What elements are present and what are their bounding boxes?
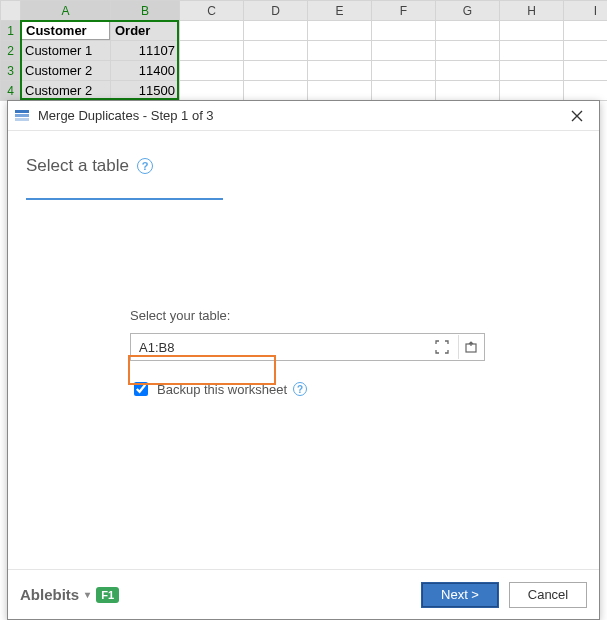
cell[interactable] xyxy=(564,61,607,81)
cell[interactable] xyxy=(244,41,308,61)
cell[interactable] xyxy=(500,41,564,61)
svg-rect-0 xyxy=(15,110,29,113)
cell[interactable] xyxy=(372,81,436,101)
cell[interactable] xyxy=(564,41,607,61)
cell[interactable]: 11500 xyxy=(111,81,180,101)
dialog-footer: Ablebits ▾ F1 Next > Cancel xyxy=(8,569,599,619)
cell[interactable] xyxy=(180,61,244,81)
cell[interactable] xyxy=(180,41,244,61)
step-progress-bar xyxy=(26,198,223,200)
backup-label: Backup this worksheet xyxy=(157,382,287,397)
chevron-down-icon: ▾ xyxy=(85,589,90,600)
row-header[interactable]: 4 xyxy=(1,81,21,101)
cell[interactable] xyxy=(564,21,607,41)
merge-duplicates-icon xyxy=(14,108,30,124)
dialog-body: Select a table ? Select your table: xyxy=(8,131,599,569)
svg-rect-2 xyxy=(15,118,29,121)
range-field xyxy=(130,333,485,361)
row-header[interactable]: 3 xyxy=(1,61,21,81)
cell[interactable] xyxy=(500,61,564,81)
brand-menu[interactable]: Ablebits ▾ F1 xyxy=(20,586,411,603)
cell[interactable] xyxy=(436,21,500,41)
column-header[interactable]: F xyxy=(372,1,436,21)
cancel-button[interactable]: Cancel xyxy=(509,582,587,608)
column-header[interactable]: A xyxy=(21,1,111,21)
close-button[interactable] xyxy=(561,104,593,128)
range-input[interactable] xyxy=(131,334,428,360)
select-range-button[interactable] xyxy=(430,335,454,359)
column-header[interactable]: D xyxy=(244,1,308,21)
spreadsheet-grid[interactable]: A B C D E F G H I 1 Order 2 Customer 1 1… xyxy=(0,0,607,101)
help-icon[interactable]: ? xyxy=(137,158,153,174)
row-header[interactable]: 1 xyxy=(1,21,21,41)
cell[interactable] xyxy=(500,81,564,101)
expand-range-button[interactable] xyxy=(458,335,482,359)
f1-badge[interactable]: F1 xyxy=(96,587,119,603)
cell[interactable] xyxy=(436,61,500,81)
cell[interactable] xyxy=(564,81,607,101)
cell[interactable] xyxy=(244,81,308,101)
cell[interactable] xyxy=(372,61,436,81)
step-heading: Select a table ? xyxy=(26,156,581,176)
help-icon[interactable]: ? xyxy=(293,382,307,396)
cell[interactable] xyxy=(180,21,244,41)
column-header[interactable]: B xyxy=(111,1,180,21)
backup-row: Backup this worksheet ? xyxy=(130,379,485,399)
cell[interactable] xyxy=(308,21,372,41)
select-range-icon xyxy=(435,340,449,354)
cell[interactable]: 11107 xyxy=(111,41,180,61)
cell[interactable] xyxy=(308,61,372,81)
cell[interactable] xyxy=(372,41,436,61)
column-header[interactable]: I xyxy=(564,1,607,21)
cell[interactable]: Customer 2 xyxy=(21,81,111,101)
cell[interactable] xyxy=(500,21,564,41)
cell[interactable] xyxy=(372,21,436,41)
form-area: Select your table: xyxy=(130,308,485,399)
expand-icon xyxy=(464,340,478,354)
cell[interactable] xyxy=(244,61,308,81)
cell[interactable] xyxy=(308,41,372,61)
cell[interactable] xyxy=(180,81,244,101)
brand-label: Ablebits xyxy=(20,586,79,603)
close-icon xyxy=(571,110,583,122)
row-header[interactable]: 2 xyxy=(1,41,21,61)
select-all-corner[interactable] xyxy=(1,1,21,21)
cell[interactable] xyxy=(436,41,500,61)
dialog-titlebar: Merge Duplicates - Step 1 of 3 xyxy=(8,101,599,131)
cell[interactable]: 11400 xyxy=(111,61,180,81)
active-cell[interactable]: Customer xyxy=(22,22,110,40)
cell[interactable]: Customer 1 xyxy=(21,41,111,61)
column-header[interactable]: H xyxy=(500,1,564,21)
step-heading-text: Select a table xyxy=(26,156,129,176)
cell[interactable] xyxy=(244,21,308,41)
merge-duplicates-dialog: Merge Duplicates - Step 1 of 3 Select a … xyxy=(7,100,600,620)
column-header[interactable]: C xyxy=(180,1,244,21)
cell[interactable] xyxy=(308,81,372,101)
cell[interactable]: Customer 2 xyxy=(21,61,111,81)
cell[interactable]: Order xyxy=(111,21,180,41)
column-header[interactable]: G xyxy=(436,1,500,21)
cell[interactable] xyxy=(436,81,500,101)
next-button[interactable]: Next > xyxy=(421,582,499,608)
backup-checkbox[interactable] xyxy=(134,382,148,396)
svg-rect-1 xyxy=(15,114,29,117)
select-table-label: Select your table: xyxy=(130,308,485,323)
dialog-title: Merge Duplicates - Step 1 of 3 xyxy=(38,108,553,123)
column-header[interactable]: E xyxy=(308,1,372,21)
